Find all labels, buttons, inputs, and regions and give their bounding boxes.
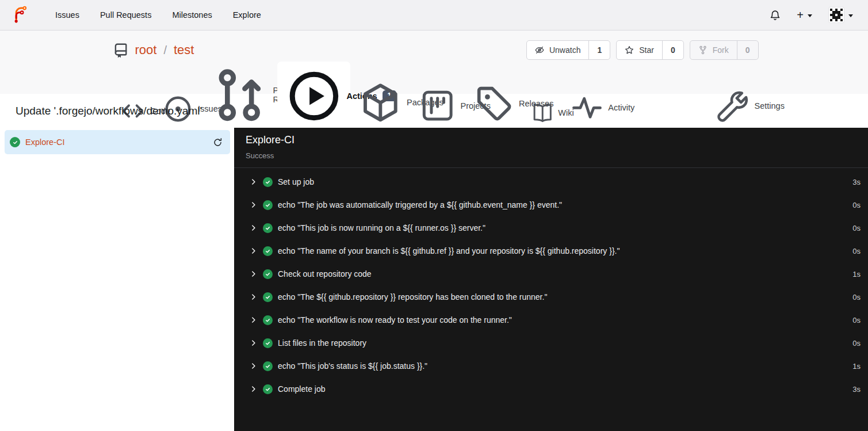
repo-title: root / test bbox=[113, 43, 194, 58]
tag-icon bbox=[474, 83, 514, 123]
navbar-item-pull-requests[interactable]: Pull Requests bbox=[90, 0, 162, 30]
project-board-icon bbox=[420, 88, 455, 123]
step-success-icon bbox=[263, 269, 273, 279]
plus-icon: + bbox=[797, 9, 804, 21]
step-name: echo "The name of your branch is ${{ git… bbox=[278, 246, 847, 255]
step-name: echo "This job's status is ${{ job.statu… bbox=[278, 361, 847, 371]
sidebar-job-label: Explore-CI bbox=[25, 138, 208, 147]
chevron-down-icon bbox=[848, 14, 853, 17]
step-name: Complete job bbox=[278, 384, 847, 394]
tab-wiki[interactable]: Wiki bbox=[523, 96, 562, 131]
job-log-panel: Explore-CI Success Set up job 3s echo "T… bbox=[234, 128, 868, 431]
forks-count: 0 bbox=[737, 41, 758, 59]
sidebar-job-explore-ci[interactable]: Explore-CI bbox=[5, 130, 230, 154]
navbar-links: Issues Pull Requests Milestones Explore bbox=[45, 0, 272, 30]
job-name: Explore-CI bbox=[246, 134, 856, 146]
tab-releases[interactable]: Releases bbox=[465, 77, 523, 131]
navbar-item-issues[interactable]: Issues bbox=[45, 0, 90, 30]
pulse-icon bbox=[571, 92, 603, 124]
tab-projects[interactable]: Projects bbox=[411, 81, 464, 131]
chevron-right-icon bbox=[250, 339, 258, 347]
navbar-right: + bbox=[770, 7, 853, 23]
step-success-icon bbox=[263, 361, 273, 371]
tools-icon bbox=[714, 88, 749, 123]
step-row[interactable]: echo "The workflow is now ready to test … bbox=[234, 308, 868, 331]
step-name: echo "This job is now running on a ${{ r… bbox=[278, 223, 847, 232]
step-duration: 0s bbox=[852, 339, 861, 348]
rerun-refresh-icon[interactable] bbox=[213, 138, 223, 147]
chevron-right-icon bbox=[250, 247, 258, 255]
create-new-button[interactable]: + bbox=[797, 9, 812, 21]
step-row[interactable]: List files in the repository 0s bbox=[234, 331, 868, 354]
watchers-count[interactable]: 1 bbox=[589, 41, 610, 59]
stars-count[interactable]: 0 bbox=[663, 41, 683, 59]
fork-button-group: Fork 0 bbox=[690, 40, 759, 60]
notifications-bell-icon[interactable] bbox=[770, 10, 781, 21]
tab-settings[interactable]: Settings bbox=[705, 81, 758, 131]
step-duration: 0s bbox=[852, 316, 861, 325]
step-duration: 3s bbox=[852, 385, 861, 394]
step-row[interactable]: echo "This job's status is ${{ job.statu… bbox=[234, 354, 868, 377]
step-duration: 3s bbox=[852, 178, 861, 186]
step-name: echo "The workflow is now ready to test … bbox=[278, 315, 847, 325]
step-row[interactable]: Check out repository code 1s bbox=[234, 262, 868, 285]
step-row[interactable]: echo "The ${{ github.repository }} repos… bbox=[234, 285, 868, 308]
tab-pull-requests[interactable]: Pull Requests bbox=[202, 60, 277, 131]
tab-activity[interactable]: Activity bbox=[562, 85, 612, 132]
success-check-icon bbox=[10, 137, 20, 147]
repo-name-link[interactable]: test bbox=[174, 43, 194, 58]
user-avatar bbox=[828, 7, 844, 23]
step-row[interactable]: echo "The name of your branch is ${{ git… bbox=[234, 239, 868, 262]
chevron-right-icon bbox=[250, 362, 258, 370]
repo-header: root / test Unwatch 1 bbox=[0, 30, 868, 94]
chevron-right-icon bbox=[250, 316, 258, 324]
star-button-group: Star 0 bbox=[616, 40, 683, 60]
step-success-icon bbox=[263, 223, 273, 233]
step-success-icon bbox=[263, 315, 273, 325]
watch-button-group: Unwatch 1 bbox=[526, 40, 610, 60]
step-duration: 0s bbox=[852, 247, 861, 255]
step-name: Check out repository code bbox=[278, 269, 847, 279]
repo-separator: / bbox=[163, 44, 167, 57]
star-icon bbox=[625, 45, 634, 55]
book-icon bbox=[532, 102, 553, 123]
step-row[interactable]: echo "The job was automatically triggere… bbox=[234, 193, 868, 216]
step-success-icon bbox=[263, 338, 273, 348]
star-button[interactable]: Star bbox=[617, 41, 663, 59]
chevron-right-icon bbox=[250, 293, 258, 301]
tab-packages[interactable]: Packages bbox=[350, 75, 411, 132]
step-duration: 1s bbox=[852, 362, 861, 371]
package-icon bbox=[360, 82, 402, 124]
job-status: Success bbox=[246, 151, 856, 160]
jobs-sidebar: Explore-CI bbox=[0, 128, 234, 431]
step-row[interactable]: Complete job 3s bbox=[234, 377, 868, 401]
step-success-icon bbox=[263, 384, 273, 394]
job-layout: Explore-CI Explore-CI Success Set up job… bbox=[0, 128, 868, 431]
chevron-right-icon bbox=[250, 201, 258, 209]
navbar-item-milestones[interactable]: Milestones bbox=[162, 0, 222, 30]
play-circle-icon bbox=[286, 68, 342, 124]
job-steps-list: Set up job 3s echo "The job was automati… bbox=[234, 168, 868, 401]
tab-actions[interactable]: Actions 1 bbox=[277, 62, 351, 132]
step-duration: 0s bbox=[852, 201, 861, 209]
step-row[interactable]: echo "This job is now running on a ${{ r… bbox=[234, 216, 868, 239]
unwatch-button[interactable]: Unwatch bbox=[527, 41, 589, 59]
forgejo-logo-icon[interactable] bbox=[12, 6, 28, 24]
step-duration: 0s bbox=[852, 224, 861, 232]
top-navbar: Issues Pull Requests Milestones Explore … bbox=[0, 0, 868, 30]
step-name: echo "The ${{ github.repository }} repos… bbox=[278, 292, 847, 302]
git-fork-icon bbox=[698, 45, 708, 55]
step-name: echo "The job was automatically triggere… bbox=[278, 200, 847, 209]
step-success-icon bbox=[263, 177, 273, 187]
chevron-right-icon bbox=[250, 224, 258, 232]
step-row[interactable]: Set up job 3s bbox=[234, 170, 868, 193]
step-name: Set up job bbox=[278, 177, 847, 186]
user-menu[interactable] bbox=[828, 7, 853, 23]
step-name: List files in the repository bbox=[278, 338, 847, 348]
repo-action-buttons: Unwatch 1 Star 0 bbox=[526, 40, 759, 60]
navbar-item-explore[interactable]: Explore bbox=[223, 0, 272, 30]
chevron-right-icon bbox=[250, 178, 258, 186]
step-success-icon bbox=[263, 292, 273, 302]
repo-owner-link[interactable]: root bbox=[135, 43, 157, 58]
step-duration: 1s bbox=[852, 270, 861, 279]
